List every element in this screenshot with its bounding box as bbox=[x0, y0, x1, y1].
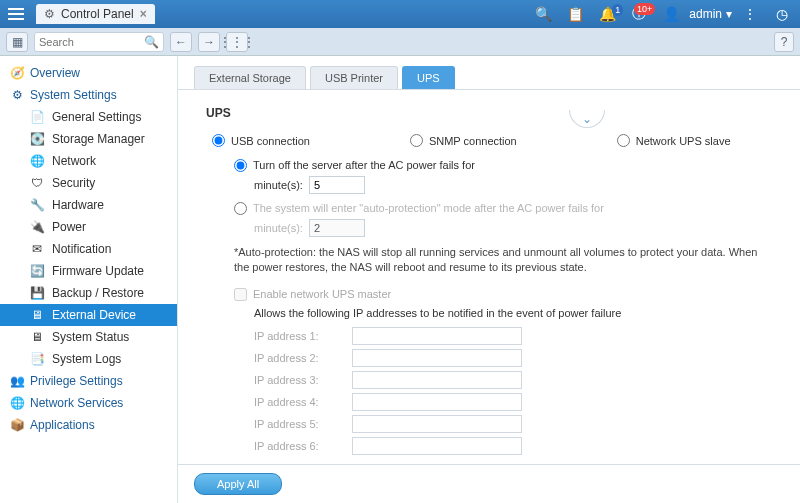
user-icon[interactable]: 👤 bbox=[657, 6, 685, 22]
more-icon[interactable]: ⋮ bbox=[736, 6, 764, 22]
ip-row-5: IP address 5: bbox=[206, 415, 772, 433]
ip-input-6[interactable] bbox=[352, 437, 522, 455]
forward-button[interactable]: → bbox=[198, 32, 220, 52]
ip-input-1[interactable] bbox=[352, 327, 522, 345]
tab-external-storage[interactable]: External Storage bbox=[194, 66, 306, 89]
tab-strip: External Storage USB Printer UPS bbox=[178, 56, 800, 90]
sidebar-item-system-logs[interactable]: 📑System Logs bbox=[0, 348, 177, 370]
ip-input-3[interactable] bbox=[352, 371, 522, 389]
search-icon: 🔍 bbox=[144, 35, 159, 49]
chevron-down-icon: ▾ bbox=[726, 7, 732, 21]
sidebar-item-firmware[interactable]: 🔄Firmware Update bbox=[0, 260, 177, 282]
tab-title: Control Panel bbox=[61, 7, 134, 21]
close-tab-icon[interactable]: × bbox=[140, 7, 147, 21]
sidebar-item-security[interactable]: 🛡Security bbox=[0, 172, 177, 194]
radio-turn-off-server[interactable]: Turn off the server after the AC power f… bbox=[234, 159, 772, 172]
help-button[interactable]: ? bbox=[774, 32, 794, 52]
sidebar-network-services[interactable]: 🌐Network Services bbox=[0, 392, 177, 414]
user-icon: 👥 bbox=[10, 374, 24, 388]
app-icon: 📦 bbox=[10, 418, 24, 432]
sidebar-applications[interactable]: 📦Applications bbox=[0, 414, 177, 436]
globe-icon: 🌐 bbox=[10, 396, 24, 410]
ip-row-1: IP address 1: bbox=[206, 327, 772, 345]
apply-all-button[interactable]: Apply All bbox=[194, 473, 282, 495]
window-tab-control-panel[interactable]: ⚙ Control Panel × bbox=[36, 4, 155, 24]
ip-input-4[interactable] bbox=[352, 393, 522, 411]
sidebar-system-settings[interactable]: ⚙ System Settings bbox=[0, 84, 177, 106]
sidebar-item-backup[interactable]: 💾Backup / Restore bbox=[0, 282, 177, 304]
dashboard-icon[interactable]: ◷ bbox=[768, 6, 796, 22]
ups-panel: UPS USB connection SNMP connection Netwo… bbox=[178, 90, 800, 464]
network-icon: 🌐 bbox=[30, 154, 44, 168]
sidebar-item-storage[interactable]: 💽Storage Manager bbox=[0, 128, 177, 150]
power-icon: 🔌 bbox=[30, 220, 44, 234]
search-box[interactable]: 🔍 bbox=[34, 32, 164, 52]
bell-icon[interactable]: 🔔1 bbox=[593, 6, 621, 22]
radio-snmp-connection[interactable]: SNMP connection bbox=[410, 134, 517, 147]
apps-icon[interactable]: ⋮⋮⋮ bbox=[226, 32, 248, 52]
sidebar-item-system-status[interactable]: 🖥System Status bbox=[0, 326, 177, 348]
tasks-icon[interactable]: 📋 bbox=[561, 6, 589, 22]
checkbox-enable-ups-master[interactable]: Enable network UPS master bbox=[206, 288, 772, 301]
gear-icon: ⚙ bbox=[10, 88, 24, 102]
ip-row-6: IP address 6: bbox=[206, 437, 772, 455]
chip-icon: 🔧 bbox=[30, 198, 44, 212]
back-button[interactable]: ← bbox=[170, 32, 192, 52]
log-icon: 📑 bbox=[30, 352, 44, 366]
mail-icon: ✉ bbox=[30, 242, 44, 256]
panel-title: UPS bbox=[206, 106, 772, 120]
sidebar-item-external-device[interactable]: 🖥External Device bbox=[0, 304, 177, 326]
shield-icon: 🛡 bbox=[30, 176, 44, 190]
connection-type-group: USB connection SNMP connection Network U… bbox=[206, 134, 772, 147]
auto-protection-note: *Auto-protection: the NAS will stop all … bbox=[206, 245, 772, 276]
tab-usb-printer[interactable]: USB Printer bbox=[310, 66, 398, 89]
sidebar-item-notification[interactable]: ✉Notification bbox=[0, 238, 177, 260]
auto-protect-minutes-input bbox=[309, 219, 365, 237]
sidebar: 🧭 Overview ⚙ System Settings 📄General Se… bbox=[0, 56, 178, 503]
sidebar-item-power[interactable]: 🔌Power bbox=[0, 216, 177, 238]
sidebar-privilege[interactable]: 👥Privilege Settings bbox=[0, 370, 177, 392]
menu-icon[interactable] bbox=[4, 2, 28, 26]
search-icon[interactable]: 🔍 bbox=[529, 6, 557, 22]
top-bar: ⚙ Control Panel × 🔍 📋 🔔1 ⓘ10+ 👤 admin ▾ … bbox=[0, 0, 800, 28]
ip-input-2[interactable] bbox=[352, 349, 522, 367]
monitor-icon: 🖥 bbox=[30, 330, 44, 344]
info-icon[interactable]: ⓘ10+ bbox=[625, 5, 653, 23]
radio-auto-protection[interactable]: The system will enter "auto-protection" … bbox=[234, 202, 772, 215]
grid-icon[interactable]: ▦ bbox=[6, 32, 28, 52]
ip-input-5[interactable] bbox=[352, 415, 522, 433]
page-icon: 📄 bbox=[30, 110, 44, 124]
overview-icon: 🧭 bbox=[10, 66, 24, 80]
toolbar: ▦ 🔍 ← → ⋮⋮⋮ ? bbox=[0, 28, 800, 56]
user-name: admin bbox=[689, 7, 722, 21]
sidebar-item-hardware[interactable]: 🔧Hardware bbox=[0, 194, 177, 216]
badge-bell: 1 bbox=[612, 4, 623, 16]
content-area: ⌄ External Storage USB Printer UPS UPS U… bbox=[178, 56, 800, 503]
ip-row-2: IP address 2: bbox=[206, 349, 772, 367]
ip-row-3: IP address 3: bbox=[206, 371, 772, 389]
user-menu[interactable]: admin ▾ bbox=[689, 7, 732, 21]
radio-network-ups-slave[interactable]: Network UPS slave bbox=[617, 134, 731, 147]
search-input[interactable] bbox=[39, 36, 144, 48]
turn-off-minutes-input[interactable] bbox=[309, 176, 365, 194]
disk-icon: 💽 bbox=[30, 132, 44, 146]
minutes-label: minute(s): bbox=[254, 179, 303, 191]
device-icon: 🖥 bbox=[30, 308, 44, 322]
allow-ip-label: Allows the following IP addresses to be … bbox=[206, 307, 772, 319]
badge-info: 10+ bbox=[634, 3, 655, 15]
sidebar-item-general[interactable]: 📄General Settings bbox=[0, 106, 177, 128]
tab-ups[interactable]: UPS bbox=[402, 66, 455, 89]
sidebar-overview[interactable]: 🧭 Overview bbox=[0, 62, 177, 84]
ip-row-4: IP address 4: bbox=[206, 393, 772, 411]
minutes-label-2: minute(s): bbox=[254, 222, 303, 234]
radio-usb-connection[interactable]: USB connection bbox=[212, 134, 310, 147]
gear-icon: ⚙ bbox=[44, 7, 55, 21]
panel-footer: Apply All bbox=[178, 464, 800, 503]
sidebar-item-network[interactable]: 🌐Network bbox=[0, 150, 177, 172]
update-icon: 🔄 bbox=[30, 264, 44, 278]
backup-icon: 💾 bbox=[30, 286, 44, 300]
